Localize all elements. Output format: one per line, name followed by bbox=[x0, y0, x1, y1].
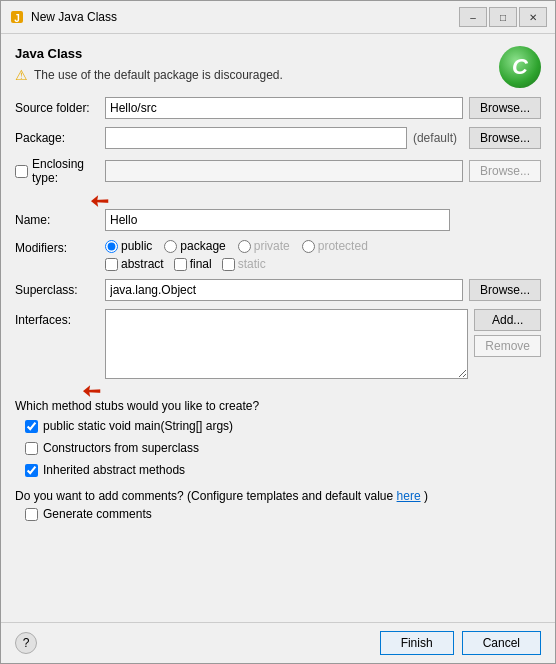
interfaces-remove-button[interactable]: Remove bbox=[474, 335, 541, 357]
modifier-protected-label: protected bbox=[318, 239, 368, 253]
modifiers-row: Modifiers: public package private bbox=[15, 239, 541, 271]
stub-constructors-checkbox[interactable] bbox=[25, 442, 38, 455]
package-label: Package: bbox=[15, 131, 105, 145]
source-folder-row: Source folder: Browse... bbox=[15, 97, 541, 119]
source-folder-input[interactable] bbox=[105, 97, 463, 119]
section-title: Java Class bbox=[15, 46, 541, 61]
stub-main[interactable]: public static void main(String[] args) bbox=[25, 419, 541, 433]
enclosing-type-browse-button[interactable]: Browse... bbox=[469, 160, 541, 182]
window-controls: – □ ✕ bbox=[459, 7, 547, 27]
modifier-final-label: final bbox=[190, 257, 212, 271]
close-button[interactable]: ✕ bbox=[519, 7, 547, 27]
stubs-section: ➘ Which method stubs would you like to c… bbox=[15, 389, 541, 481]
package-default-text: (default) bbox=[413, 131, 457, 145]
interfaces-row: Interfaces: Add... Remove bbox=[15, 309, 541, 379]
source-folder-label: Source folder: bbox=[15, 101, 105, 115]
modifier-static-label: static bbox=[238, 257, 266, 271]
stub-main-label: public static void main(String[] args) bbox=[43, 419, 233, 433]
modifiers-label: Modifiers: bbox=[15, 239, 105, 255]
name-label: Name: bbox=[15, 213, 105, 227]
modifier-package[interactable]: package bbox=[164, 239, 225, 253]
minimize-button[interactable]: – bbox=[459, 7, 487, 27]
modifiers-radio-group: public package private protected bbox=[105, 239, 368, 253]
interfaces-buttons: Add... Remove bbox=[474, 309, 541, 357]
modifiers-section: public package private protected bbox=[105, 239, 368, 271]
warning-text: The use of the default package is discou… bbox=[34, 68, 283, 82]
enclosing-type-row: Enclosing type: Browse... bbox=[15, 157, 541, 185]
svg-text:J: J bbox=[14, 13, 20, 24]
stub-constructors[interactable]: Constructors from superclass bbox=[25, 441, 541, 455]
superclass-label: Superclass: bbox=[15, 283, 105, 297]
generate-comments-label[interactable]: Generate comments bbox=[25, 507, 541, 521]
modifier-abstract-label: abstract bbox=[121, 257, 164, 271]
cancel-button[interactable]: Cancel bbox=[462, 631, 541, 655]
enclosing-type-input[interactable] bbox=[105, 160, 463, 182]
modifier-public[interactable]: public bbox=[105, 239, 152, 253]
generate-comments-row: Generate comments bbox=[25, 507, 541, 521]
modifier-abstract[interactable]: abstract bbox=[105, 257, 164, 271]
stubs-checkboxes: public static void main(String[] args) C… bbox=[25, 419, 541, 481]
generate-comments-text: Generate comments bbox=[43, 507, 152, 521]
modifier-private-label: private bbox=[254, 239, 290, 253]
dialog-content: Java Class ⚠ The use of the default pack… bbox=[1, 34, 555, 622]
modifiers-checkboxes: abstract final static bbox=[105, 257, 368, 271]
interfaces-add-button[interactable]: Add... bbox=[474, 309, 541, 331]
dialog-footer: ? Finish Cancel bbox=[1, 622, 555, 663]
maximize-button[interactable]: □ bbox=[489, 7, 517, 27]
eclipse-logo: C bbox=[499, 46, 541, 88]
name-row: Name: bbox=[15, 209, 541, 231]
stub-inherited[interactable]: Inherited abstract methods bbox=[25, 463, 541, 477]
source-folder-browse-button[interactable]: Browse... bbox=[469, 97, 541, 119]
comments-question: Do you want to add comments? (Configure … bbox=[15, 489, 541, 503]
window-icon: J bbox=[9, 9, 25, 25]
name-input[interactable] bbox=[105, 209, 450, 231]
enclosing-type-label: Enclosing type: bbox=[32, 157, 105, 185]
package-row: Package: (default) Browse... bbox=[15, 127, 541, 149]
comments-here-link[interactable]: here bbox=[397, 489, 421, 503]
warning-row: ⚠ The use of the default package is disc… bbox=[15, 67, 541, 83]
modifier-static[interactable]: static bbox=[222, 257, 266, 271]
comments-section: Do you want to add comments? (Configure … bbox=[15, 489, 541, 521]
help-button[interactable]: ? bbox=[15, 632, 37, 654]
package-input[interactable] bbox=[105, 127, 407, 149]
window-title: New Java Class bbox=[31, 10, 459, 24]
header-area: Java Class ⚠ The use of the default pack… bbox=[15, 46, 541, 83]
modifier-private[interactable]: private bbox=[238, 239, 290, 253]
finish-button[interactable]: Finish bbox=[380, 631, 454, 655]
stub-constructors-label: Constructors from superclass bbox=[43, 441, 199, 455]
interfaces-input[interactable] bbox=[105, 309, 468, 379]
modifier-final[interactable]: final bbox=[174, 257, 212, 271]
new-java-class-window: J New Java Class – □ ✕ Java Class ⚠ The … bbox=[0, 0, 556, 664]
superclass-browse-button[interactable]: Browse... bbox=[469, 279, 541, 301]
generate-comments-checkbox[interactable] bbox=[25, 508, 38, 521]
warning-icon: ⚠ bbox=[15, 67, 28, 83]
stub-inherited-checkbox[interactable] bbox=[25, 464, 38, 477]
enclosing-type-checkbox-label: Enclosing type: bbox=[15, 157, 105, 185]
package-browse-button[interactable]: Browse... bbox=[469, 127, 541, 149]
modifier-package-label: package bbox=[180, 239, 225, 253]
superclass-input[interactable] bbox=[105, 279, 463, 301]
stub-inherited-label: Inherited abstract methods bbox=[43, 463, 185, 477]
enclosing-type-checkbox[interactable] bbox=[15, 165, 28, 178]
title-bar: J New Java Class – □ ✕ bbox=[1, 1, 555, 34]
modifier-public-label: public bbox=[121, 239, 152, 253]
superclass-row: Superclass: Browse... bbox=[15, 279, 541, 301]
interfaces-label: Interfaces: bbox=[15, 309, 105, 327]
stub-main-checkbox[interactable] bbox=[25, 420, 38, 433]
modifier-protected[interactable]: protected bbox=[302, 239, 368, 253]
